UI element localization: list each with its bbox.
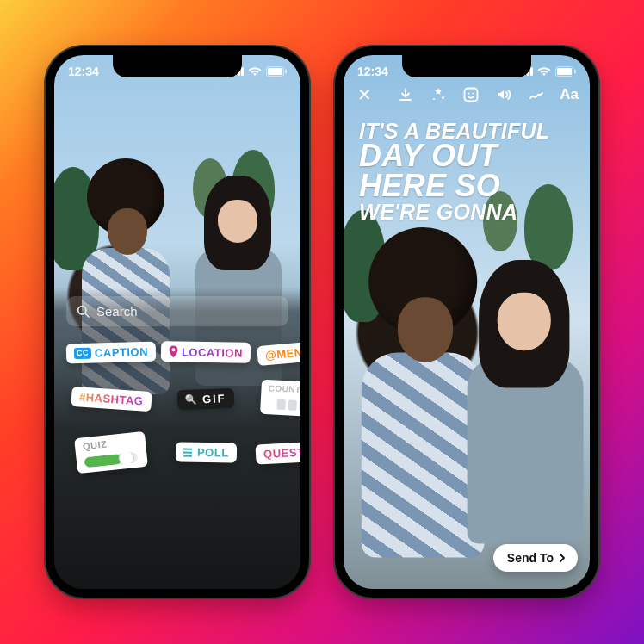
battery-icon <box>266 66 287 77</box>
sound-icon[interactable] <box>495 86 512 103</box>
svg-rect-7 <box>557 68 572 75</box>
svg-rect-8 <box>574 70 576 74</box>
sticker-countdown-label: COUNTDOWN <box>268 384 300 396</box>
svg-point-9 <box>442 96 444 99</box>
caption-line-3: HERE SO <box>359 171 574 201</box>
draw-icon[interactable] <box>528 86 545 103</box>
location-pin-icon <box>169 345 178 357</box>
sticker-hashtag-label: #HASHTAG <box>78 391 143 406</box>
sticker-poll[interactable]: POLL <box>175 442 236 462</box>
gradient-background: 12:34 Search <box>0 0 644 644</box>
svg-rect-2 <box>285 70 287 74</box>
send-to-label: Send To <box>507 551 554 565</box>
caption-line-2: DAY OUT <box>359 141 574 171</box>
countdown-digits-icon <box>276 399 300 412</box>
sticker-quiz[interactable]: QUIZ <box>74 431 148 474</box>
send-to-button[interactable]: Send To <box>493 544 578 572</box>
story-toolbar: ✕ Aa <box>344 86 590 103</box>
wifi-icon <box>537 66 551 77</box>
download-icon[interactable] <box>397 86 414 103</box>
sticker-gif[interactable]: 🔍 GIF <box>177 387 234 409</box>
wifi-icon <box>248 66 262 77</box>
sticker-location-label: LOCATION <box>182 346 243 358</box>
svg-point-13 <box>473 93 474 95</box>
svg-rect-11 <box>465 89 478 102</box>
battery-icon <box>555 66 576 77</box>
sticker-mention-label: @MENTION <box>265 344 300 361</box>
text-tool-icon[interactable]: Aa <box>560 86 578 103</box>
svg-point-12 <box>468 93 470 95</box>
poll-lines-icon <box>183 448 192 456</box>
caption-line-4: WE'RE GONNA <box>359 201 574 222</box>
phone-mockup-caption: 12:34 ✕ <box>335 46 598 598</box>
status-time: 12:34 <box>68 65 99 78</box>
sticker-poll-label: POLL <box>197 447 229 459</box>
sticker-gif-label: GIF <box>202 393 226 405</box>
sticker-countdown[interactable]: COUNTDOWN <box>260 380 300 418</box>
search-placeholder: Search <box>96 304 138 319</box>
sticker-hashtag[interactable]: #HASHTAG <box>71 386 152 411</box>
status-time: 12:34 <box>357 65 388 78</box>
sticker-caption-label: CAPTION <box>95 345 148 358</box>
sticker-search[interactable]: Search <box>66 296 288 326</box>
svg-rect-1 <box>268 68 282 75</box>
sticker-icon[interactable] <box>462 86 480 103</box>
close-icon[interactable]: ✕ <box>356 86 373 103</box>
sticker-caption[interactable]: CC CAPTION <box>66 341 157 363</box>
phone-mockup-stickers: 12:34 Search <box>46 46 309 598</box>
gif-search-icon: 🔍 <box>185 394 199 405</box>
cc-badge-icon: CC <box>74 347 91 359</box>
svg-point-10 <box>433 98 435 100</box>
chevron-right-icon <box>557 553 567 563</box>
sticker-questions[interactable]: QUESTIONS <box>255 440 300 464</box>
search-icon <box>77 305 90 318</box>
quiz-slider-icon <box>84 452 138 468</box>
sticker-mention[interactable]: @MENTION <box>257 338 300 365</box>
sticker-questions-label: QUESTIONS <box>263 445 300 460</box>
caption-overlay[interactable]: IT'S A BEAUTIFUL DAY OUT HERE SO WE'RE G… <box>359 121 574 222</box>
svg-line-4 <box>85 313 89 317</box>
sticker-quiz-label: QUIZ <box>83 439 108 451</box>
sticker-location[interactable]: LOCATION <box>161 341 251 363</box>
effects-icon[interactable] <box>430 86 447 103</box>
sticker-drawer[interactable]: Search CC CAPTION LOCATION @MENTION <box>54 288 300 589</box>
